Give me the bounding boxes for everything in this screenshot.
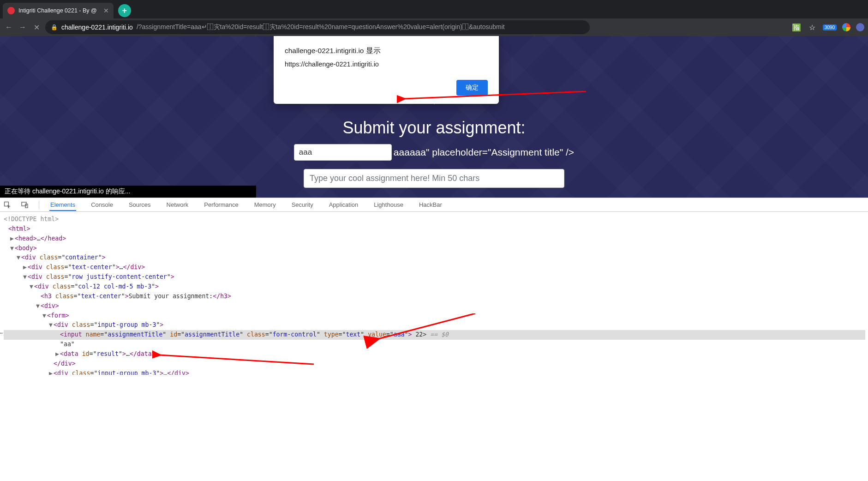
dom-node[interactable]: ▶<data id="result">…</data> — [4, 349, 865, 359]
browser-tab[interactable]: Intigriti Challenge 0221 - By @ ✕ — [3, 3, 114, 18]
dom-node[interactable]: ▶<div class="input-group mb-3">…</div> — [4, 369, 865, 375]
translate-icon[interactable]: 🈯 — [791, 23, 802, 32]
dom-node[interactable]: ▼<div class="container"> — [4, 253, 865, 263]
nav-stop-icon[interactable]: ✕ — [31, 23, 42, 32]
devtools-tab-hackbar[interactable]: HackBar — [418, 198, 443, 211]
dom-doctype: <!DOCTYPE html> — [4, 215, 865, 224]
dom-node[interactable]: ▶<div class="text-center">…</div> — [4, 263, 865, 272]
page-heading: Submit your assignment: — [342, 118, 525, 138]
star-icon[interactable]: ☆ — [807, 23, 817, 32]
toolbar-right: 🈯 ☆ 3090 — [791, 23, 864, 32]
address-bar: ← → ✕ 🔒 challenge-0221.intigriti.io/?ass… — [0, 18, 868, 36]
dom-node[interactable]: ▼<form> — [4, 311, 865, 321]
device-toggle-icon[interactable] — [21, 201, 29, 209]
dom-node[interactable]: "aa" — [4, 340, 865, 349]
alert-message: https://challenge-0221.intigriti.io — [285, 60, 488, 68]
nav-back-icon[interactable]: ← — [4, 23, 14, 31]
injected-markup-text: aaaaaa" placeholder="Assignment title" /… — [394, 147, 574, 158]
url-path: /?assignmentTitle=aaa↵⿰灾ta%20id=result⿰灾… — [137, 23, 505, 31]
devtools-tab-application[interactable]: Application — [328, 198, 359, 211]
new-tab-button[interactable]: + — [118, 4, 131, 17]
browser-chrome: Intigriti Challenge 0221 - By @ ✕ + ← → … — [0, 0, 868, 36]
devtools-tabs: ElementsConsoleSourcesNetworkPerformance… — [0, 198, 868, 212]
devtools-tab-sources[interactable]: Sources — [128, 198, 152, 211]
alert-ok-button[interactable]: 确定 — [456, 80, 488, 96]
devtools-tab-lighthouse[interactable]: Lighthouse — [373, 198, 404, 211]
omnibox[interactable]: 🔒 challenge-0221.intigriti.io/?assignmen… — [45, 20, 590, 34]
extension-icon[interactable] — [856, 23, 864, 31]
alert-origin: challenge-0221.intigriti.io 显示 — [285, 46, 488, 56]
dom-node[interactable]: ▼<div> — [4, 301, 865, 311]
devtools-tab-console[interactable]: Console — [90, 198, 114, 211]
dom-node[interactable]: <input name="assignmentTitle" id="assign… — [4, 330, 865, 340]
tab-close-icon[interactable]: ✕ — [103, 7, 109, 14]
js-alert-dialog: challenge-0221.intigriti.io 显示 https://c… — [274, 36, 499, 104]
devtools-tab-security[interactable]: Security — [291, 198, 314, 211]
dom-node[interactable]: ▼<div class="input-group mb-3"> — [4, 320, 865, 330]
tab-strip: Intigriti Challenge 0221 - By @ ✕ + — [0, 0, 868, 18]
dom-node[interactable]: ▼<div class="row justify-content-center"… — [4, 272, 865, 282]
tab-title: Intigriti Challenge 0221 - By @ — [18, 7, 97, 14]
inspect-icon[interactable] — [4, 201, 11, 209]
dom-node[interactable]: <h3 class="text-center">Submit your assi… — [4, 292, 865, 301]
nav-forward-icon[interactable]: → — [18, 23, 28, 31]
devtools-tab-memory[interactable]: Memory — [253, 198, 277, 211]
devtools-tab-performance[interactable]: Performance — [203, 198, 239, 211]
devtools-tab-elements[interactable]: Elements — [49, 198, 76, 211]
dom-node[interactable]: <html> — [4, 224, 865, 234]
url-host: challenge-0221.intigriti.io — [61, 24, 133, 31]
extension-badge[interactable]: 3090 — [823, 24, 837, 30]
devtools-panel: ElementsConsoleSourcesNetworkPerformance… — [0, 198, 868, 375]
dom-node[interactable]: ▼<div class="col-12 col-md-5 mb-3"> — [4, 282, 865, 292]
favicon-icon — [7, 7, 15, 14]
devtools-elements-tree[interactable]: <!DOCTYPE html> <html>▶<head>…</head>▼<b… — [0, 212, 868, 375]
page-viewport: challenge-0221.intigriti.io 显示 https://c… — [0, 36, 868, 198]
assignment-title-input[interactable] — [294, 144, 392, 161]
assignment-textarea[interactable]: Type your cool assignment here! Min 50 c… — [304, 169, 564, 188]
extension-icon[interactable] — [842, 23, 850, 31]
dom-node[interactable]: ▼<body> — [4, 244, 865, 253]
devtools-tab-network[interactable]: Network — [166, 198, 190, 211]
dom-node[interactable]: ▶<head>…</head> — [4, 234, 865, 244]
dom-node[interactable]: </div> — [4, 359, 865, 369]
lock-icon: 🔒 — [51, 24, 58, 30]
